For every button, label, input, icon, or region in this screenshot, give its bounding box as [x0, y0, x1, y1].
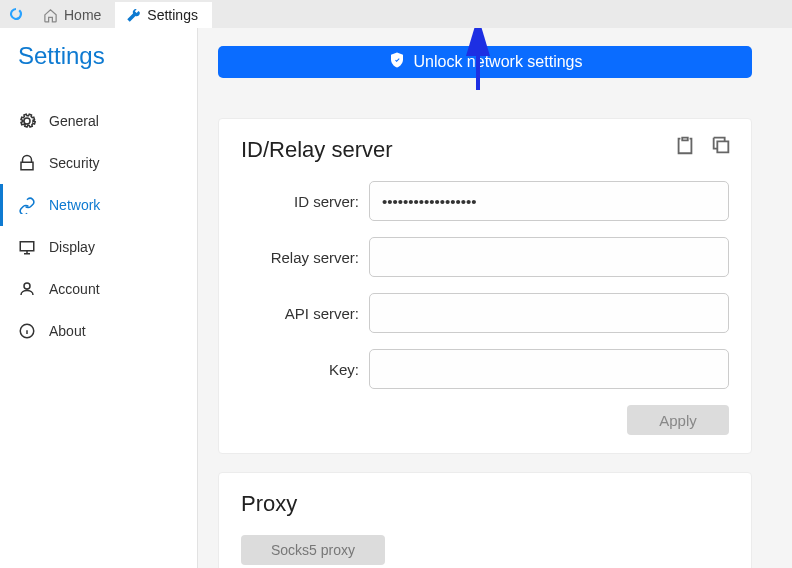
relay-server-input[interactable]	[369, 237, 729, 277]
api-server-label: API server:	[241, 305, 359, 322]
sidebar-item-label: Network	[49, 197, 100, 213]
sidebar-item-network[interactable]: Network	[0, 184, 197, 226]
home-icon	[42, 7, 58, 23]
main-content: Unlock network settings ID/Relay server …	[198, 28, 792, 568]
apply-button[interactable]: Apply	[627, 405, 729, 435]
copy-icon[interactable]	[709, 133, 733, 157]
key-input[interactable]	[369, 349, 729, 389]
link-icon	[17, 195, 37, 215]
proxy-card: Proxy Socks5 proxy	[218, 472, 752, 568]
shield-icon	[388, 51, 406, 73]
lock-icon	[17, 153, 37, 173]
sidebar-item-label: Account	[49, 281, 100, 297]
sidebar: Settings General Security Network Displa…	[0, 28, 198, 568]
id-server-input[interactable]	[369, 181, 729, 221]
sidebar-item-about[interactable]: About	[0, 310, 197, 352]
sidebar-item-security[interactable]: Security	[0, 142, 197, 184]
tab-settings[interactable]: Settings	[115, 2, 212, 28]
info-icon	[17, 321, 37, 341]
sidebar-item-label: Display	[49, 239, 95, 255]
unlock-network-button[interactable]: Unlock network settings	[218, 46, 752, 78]
unlock-button-label: Unlock network settings	[414, 53, 583, 71]
page-title: Settings	[0, 42, 197, 100]
gear-icon	[17, 111, 37, 131]
tab-settings-label: Settings	[147, 7, 198, 23]
socks5-proxy-button[interactable]: Socks5 proxy	[241, 535, 385, 565]
monitor-icon	[17, 237, 37, 257]
sidebar-item-account[interactable]: Account	[0, 268, 197, 310]
sidebar-item-display[interactable]: Display	[0, 226, 197, 268]
paste-icon[interactable]	[673, 133, 697, 157]
relay-server-label: Relay server:	[241, 249, 359, 266]
proxy-title: Proxy	[241, 491, 729, 517]
id-relay-card: ID/Relay server ID server: Relay server:…	[218, 118, 752, 454]
id-relay-title: ID/Relay server	[241, 137, 729, 163]
api-server-input[interactable]	[369, 293, 729, 333]
person-icon	[17, 279, 37, 299]
wrench-icon	[125, 7, 141, 23]
tab-home-label: Home	[64, 7, 101, 23]
sidebar-item-label: Security	[49, 155, 100, 171]
sidebar-item-label: About	[49, 323, 86, 339]
id-server-label: ID server:	[241, 193, 359, 210]
sidebar-item-general[interactable]: General	[0, 100, 197, 142]
key-label: Key:	[241, 361, 359, 378]
sidebar-item-label: General	[49, 113, 99, 129]
tab-home[interactable]: Home	[32, 2, 115, 28]
app-logo-icon	[6, 4, 26, 24]
tab-bar: Home Settings	[0, 0, 792, 28]
